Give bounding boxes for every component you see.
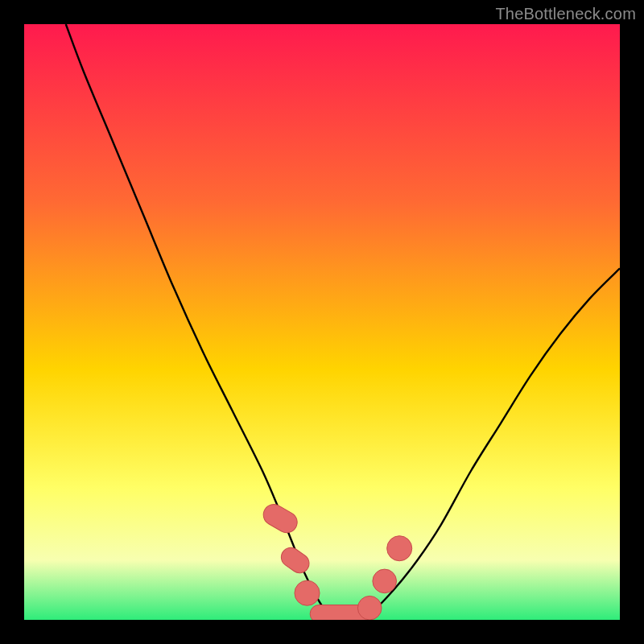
- curve-marker: [259, 501, 300, 537]
- watermark-text: TheBottleneck.com: [495, 5, 636, 23]
- curve-markers: [259, 501, 411, 620]
- curve-marker: [278, 544, 313, 577]
- curve-marker: [387, 536, 412, 561]
- plot-area: [24, 24, 620, 620]
- curve-marker: [373, 569, 397, 593]
- curve-layer: [24, 24, 620, 620]
- curve-marker: [295, 580, 320, 605]
- curve-marker: [357, 596, 382, 620]
- v-curve-path: [66, 24, 620, 620]
- chart-frame: TheBottleneck.com: [0, 0, 644, 644]
